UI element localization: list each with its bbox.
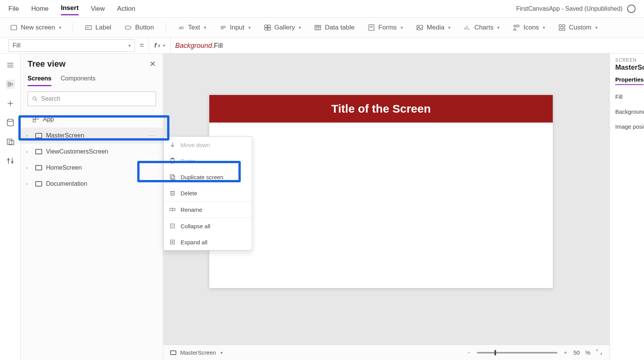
duplicate-icon — [169, 173, 176, 180]
expander-icon[interactable]: › — [26, 133, 31, 138]
data-table-button[interactable]: Data table — [312, 21, 356, 34]
tab-components[interactable]: Components — [61, 72, 95, 86]
screen-title-bar[interactable]: Title of the Screen — [209, 95, 553, 123]
gallery-button[interactable]: Gallery ▾ — [262, 21, 303, 34]
property-name: Fill — [13, 42, 20, 49]
forms-label: Forms — [378, 24, 397, 31]
cm-duplicate-screen[interactable]: Duplicate screen — [164, 169, 252, 185]
button-button[interactable]: Button — [123, 21, 155, 34]
input-label: Input — [230, 24, 245, 31]
cm-expand-all[interactable]: Expand all — [164, 234, 252, 250]
fx-button[interactable]: fx ▾ — [149, 38, 171, 53]
forms-button[interactable]: Forms ▾ — [366, 21, 404, 34]
cm-label: Rename — [181, 206, 202, 213]
tab-action[interactable]: Action — [117, 3, 135, 15]
search-placeholder: Search — [41, 95, 61, 102]
custom-button[interactable]: Custom ▾ — [557, 21, 599, 34]
tree-item-homescreen[interactable]: › HomeScreen — [21, 160, 163, 176]
svg-rect-49 — [36, 117, 38, 119]
cm-delete[interactable]: Delete — [164, 185, 252, 201]
tree-search-input[interactable]: Search — [28, 92, 156, 106]
tree-item-viewcustomers[interactable]: › ViewCustomersScreen — [21, 144, 163, 160]
new-screen-button[interactable]: New screen ▾ — [8, 21, 63, 34]
chevron-down-icon: ▾ — [401, 25, 403, 30]
properties-tab[interactable]: Properties — [615, 76, 644, 85]
screen-canvas[interactable]: Title of the Screen — [209, 95, 553, 288]
svg-rect-34 — [8, 82, 10, 84]
tab-insert[interactable]: Insert — [61, 2, 79, 15]
svg-rect-3 — [125, 26, 131, 29]
expander-icon[interactable]: › — [26, 181, 31, 187]
collapse-icon — [169, 223, 176, 229]
cm-paste[interactable]: Paste — [164, 153, 252, 169]
tree-item-label: ViewCustomersScreen — [46, 148, 108, 155]
tree-item-label: App — [43, 116, 54, 123]
formula-token-prop: Fill — [214, 42, 223, 49]
chevron-down-icon: ▾ — [248, 25, 251, 30]
tree-item-masterscreen[interactable]: › MasterScreen ··· — [21, 128, 163, 144]
tab-file[interactable]: File — [8, 3, 19, 15]
svg-rect-48 — [33, 117, 35, 119]
tab-screens[interactable]: Screens — [28, 72, 51, 86]
app-checker-icon[interactable] — [627, 5, 636, 13]
tab-home[interactable]: Home — [31, 3, 48, 15]
prop-background[interactable]: Background — [615, 108, 640, 115]
data-icon[interactable] — [6, 118, 15, 127]
advanced-tools-icon[interactable] — [6, 156, 15, 165]
app-title: FirstCanvasApp - Saved (Unpublished) — [516, 5, 623, 12]
cm-move-down[interactable]: Move down — [164, 137, 252, 153]
svg-rect-8 — [264, 25, 267, 27]
cm-rename[interactable]: Rename — [164, 201, 252, 218]
screen-icon — [35, 165, 42, 170]
svg-rect-0 — [11, 25, 17, 30]
hamburger-icon[interactable] — [6, 61, 15, 70]
button-label: Button — [135, 24, 154, 31]
rename-icon — [169, 206, 176, 213]
screen-icon — [35, 149, 42, 154]
fit-to-window-icon[interactable] — [596, 349, 603, 357]
status-bar: MasterScreen ▾ － ＋ 50 % — [163, 345, 610, 360]
formula-bar: Fill ▾ = fx ▾ Background.Fill — [0, 38, 644, 54]
more-options-icon[interactable]: ··· — [149, 132, 156, 139]
property-selector[interactable]: Fill ▾ — [8, 39, 135, 52]
zoom-in-button[interactable]: ＋ — [563, 349, 568, 356]
cm-label: Delete — [181, 190, 197, 196]
tree-item-app[interactable]: App — [21, 111, 163, 128]
text-button[interactable]: ab Text ▾ — [176, 21, 208, 34]
formula-token-object: Background — [175, 42, 212, 49]
prop-fill[interactable]: Fill — [615, 93, 640, 100]
zoom-slider[interactable] — [477, 352, 557, 353]
chevron-down-icon: ▾ — [163, 43, 165, 48]
svg-point-39 — [7, 119, 13, 121]
add-icon[interactable] — [6, 99, 15, 108]
svg-rect-36 — [10, 83, 12, 85]
input-button[interactable]: Input ▾ — [218, 21, 252, 34]
svg-text:ab: ab — [179, 25, 184, 30]
close-icon[interactable]: ✕ — [150, 59, 156, 69]
zoom-out-button[interactable]: － — [466, 349, 472, 356]
chevron-down-icon: ▾ — [204, 25, 206, 30]
icons-button[interactable]: Icons ▾ — [511, 21, 547, 34]
media-button[interactable]: Media ▾ — [414, 21, 452, 34]
svg-line-47 — [36, 100, 37, 101]
tree-item-documentation[interactable]: › Documentation — [21, 176, 163, 192]
label-button[interactable]: Label — [83, 21, 113, 34]
custom-label: Custom — [569, 24, 591, 31]
new-screen-label: New screen — [21, 24, 55, 31]
delete-icon — [169, 190, 176, 196]
media-rail-icon[interactable] — [6, 137, 15, 146]
formula-input[interactable]: Background.Fill — [175, 41, 223, 50]
prop-image-position[interactable]: Image position — [615, 123, 640, 130]
tree-view-icon[interactable] — [6, 80, 15, 89]
expander-icon[interactable]: › — [26, 165, 31, 170]
object-kind-label: SCREEN — [615, 57, 640, 63]
expander-icon[interactable]: › — [26, 149, 31, 154]
tab-view[interactable]: View — [91, 3, 105, 15]
text-label: Text — [188, 24, 200, 31]
svg-rect-25 — [517, 25, 519, 27]
status-screen-selector[interactable]: MasterScreen ▾ — [170, 349, 223, 356]
charts-button[interactable]: Charts ▾ — [462, 21, 501, 34]
charts-label: Charts — [474, 24, 493, 31]
svg-rect-27 — [559, 25, 562, 27]
cm-collapse-all[interactable]: Collapse all — [164, 218, 252, 234]
